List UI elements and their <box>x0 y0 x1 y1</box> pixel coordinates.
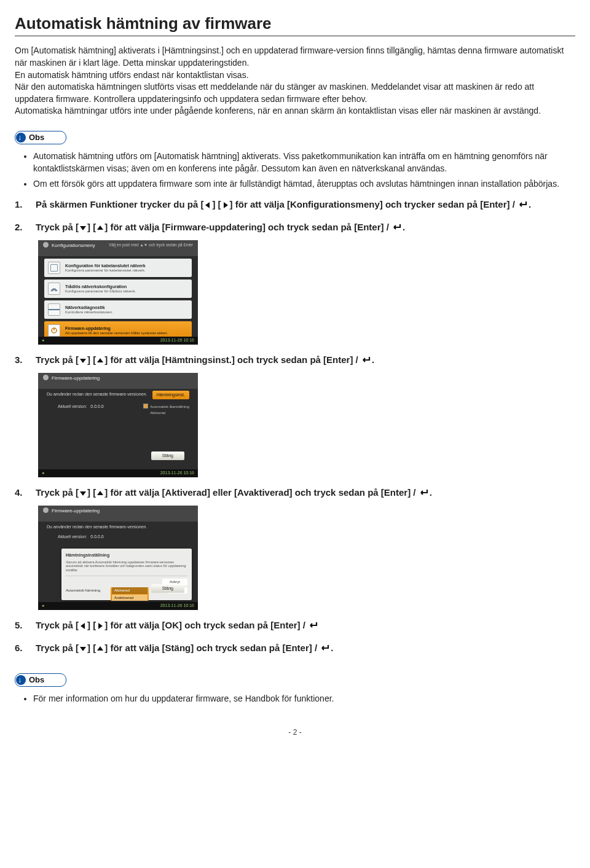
step-number: 2. <box>15 221 36 235</box>
svg-marker-2 <box>80 226 86 230</box>
nav-down-icon <box>79 224 87 232</box>
obs-badge: Obs <box>15 673 66 687</box>
svg-marker-7 <box>97 358 103 362</box>
shot-timestamp: 2013-11-26 10:16 <box>160 337 194 344</box>
svg-marker-13 <box>97 646 103 651</box>
auto-download-label: Automatisk hämtning <box>66 588 100 593</box>
step-text: Tryck på [] [] för att välja [Hämtningsi… <box>36 353 575 368</box>
enter-icon <box>419 487 430 501</box>
step-4: 4. Tryck på [] [] för att välja [Aktiver… <box>15 486 575 610</box>
step-number: 6. <box>15 641 36 656</box>
step-text: Tryck på [] [] för att välja [OK] och tr… <box>36 619 575 633</box>
step-text: På skärmen Funktioner trycker du på [] [… <box>36 198 575 213</box>
down-arrow-icon <box>16 133 26 143</box>
shot-title: Firmware-uppdatering <box>52 375 100 381</box>
shot-timestamp: 2013-11-26 10:16 <box>160 470 194 477</box>
page-title: Automatisk hämtning av firmware <box>15 12 575 36</box>
enter-icon <box>308 620 319 633</box>
gear-icon <box>43 507 49 513</box>
popup-desc: Genom att aktivera Automatisk hämtning u… <box>66 560 187 573</box>
gear-icon <box>43 242 49 248</box>
shot-title: Konfigurationsmeny <box>52 243 95 248</box>
enter-icon <box>320 643 331 656</box>
nav-left-icon <box>79 622 87 630</box>
down-arrow-icon <box>16 675 26 685</box>
step-2: 2. Tryck på [] [] för att välja [Firmwar… <box>15 221 575 345</box>
enter-icon <box>391 222 403 235</box>
obs-badge: Obs <box>15 131 66 144</box>
enter-icon <box>361 354 372 368</box>
obs-label: Obs <box>29 674 44 686</box>
nav-up-icon <box>96 645 104 652</box>
nav-up-icon <box>96 224 104 232</box>
list-item: Automatisk hämtning utförs om [Automatis… <box>33 151 575 174</box>
shot-title: Firmware-uppdatering <box>52 508 100 514</box>
svg-marker-1 <box>224 202 228 208</box>
option-deactivated: Avaktiverad <box>112 595 148 601</box>
step-1: 1. På skärmen Funktioner trycker du på [… <box>15 198 575 213</box>
step-number: 5. <box>15 619 36 633</box>
version-label: Aktuell version: <box>58 404 87 409</box>
steps-list: 1. På skärmen Funktioner trycker du på [… <box>15 198 575 657</box>
dropdown-auto-download: Aktiverad Avaktiverad <box>111 587 149 601</box>
popup-title: Hämtningsinställning <box>66 552 187 558</box>
page-number: - 2 - <box>15 727 575 738</box>
close-button: Stäng <box>151 452 184 460</box>
menu-row: NätverksdiagnostikKontrollera nätverksst… <box>44 300 192 319</box>
nav-down-icon <box>79 357 87 364</box>
screenshot-config-menu: Konfigurationsmeny Välj en post med ▲▼ o… <box>38 240 198 345</box>
step-number: 3. <box>15 353 36 368</box>
download-settings-button: Hämtningsinst. <box>152 391 189 399</box>
svg-marker-10 <box>81 623 85 629</box>
obs-bullet-list-2: För mer information om hur du uppdaterar… <box>15 693 575 705</box>
svg-marker-8 <box>80 491 86 496</box>
nav-up-icon <box>96 357 104 364</box>
nav-left-icon <box>204 201 211 209</box>
nav-right-icon <box>96 622 104 630</box>
enter-icon <box>517 199 529 213</box>
svg-marker-6 <box>80 359 86 363</box>
menu-row: Trådlös nätverkskonfigurationKonfigurera… <box>44 280 192 298</box>
shot-timestamp: 2013-11-26 10:16 <box>160 603 194 609</box>
option-activated: Aktiverad <box>112 587 148 593</box>
svg-marker-11 <box>98 623 103 629</box>
close-button: Stäng <box>151 584 184 593</box>
screenshot-firmware-update: Firmware-uppdatering Hämtningsinst. Auto… <box>38 373 198 477</box>
svg-marker-9 <box>97 491 103 495</box>
step-3: 3. Tryck på [] [] för att välja [Hämtnin… <box>15 353 575 477</box>
svg-marker-3 <box>97 225 103 230</box>
step-6: 6. Tryck på [] [] för att välja [Stäng] … <box>15 641 575 656</box>
svg-marker-12 <box>80 647 86 651</box>
nav-right-icon <box>222 201 229 209</box>
shot-info: Du använder redan den senaste firmware-v… <box>47 524 192 530</box>
step-text: Tryck på [] [] för att välja [Firmware-u… <box>36 221 575 235</box>
gear-icon <box>43 375 49 380</box>
list-item: För mer information om hur du uppdaterar… <box>33 693 575 705</box>
nav-down-icon <box>79 490 87 497</box>
obs-bullet-list-1: Automatisk hämtning utförs om [Automatis… <box>15 151 575 190</box>
list-item: Om ett försök görs att uppdatera firmwar… <box>33 178 575 190</box>
nav-up-icon <box>96 490 104 497</box>
intro-paragraph: Om [Automatisk hämtning] aktiverats i [H… <box>15 45 575 117</box>
step-number: 1. <box>15 198 36 213</box>
step-number: 4. <box>15 486 36 501</box>
screenshot-download-setting-popup: Firmware-uppdatering Du använder redan d… <box>38 506 198 610</box>
step-5: 5. Tryck på [] [] för att välja [OK] och… <box>15 619 575 633</box>
obs-label: Obs <box>29 132 44 143</box>
nav-down-icon <box>79 645 87 652</box>
shot-hint: Välj en post med ▲▼ och tryck sedan på E… <box>109 242 193 254</box>
step-text: Tryck på [] [] för att välja [Aktiverad]… <box>36 486 575 501</box>
menu-row: Konfiguration för kabelanslutet nätverkK… <box>44 259 192 277</box>
step-text: Tryck på [] [] för att välja [Stäng] och… <box>36 641 575 656</box>
version-value: 0.0.0.0 <box>90 404 103 409</box>
svg-marker-0 <box>205 202 210 208</box>
